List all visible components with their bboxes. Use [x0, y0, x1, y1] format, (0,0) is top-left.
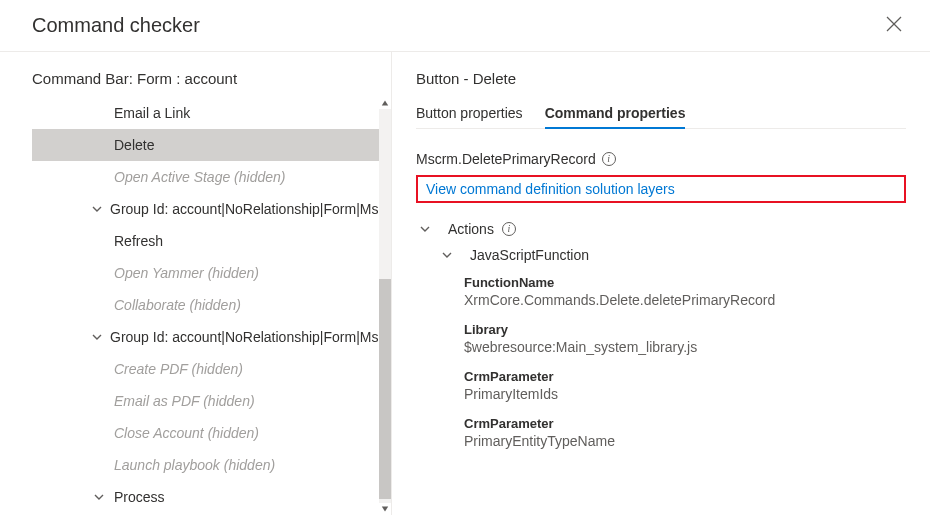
- prop-label: FunctionName: [464, 275, 906, 290]
- scroll-down-arrow[interactable]: [379, 503, 391, 515]
- tree-item[interactable]: Email a Link: [32, 97, 385, 129]
- scrollbar-thumb[interactable]: [379, 279, 391, 499]
- scroll-up-arrow[interactable]: [379, 97, 391, 109]
- close-icon: [886, 16, 902, 32]
- tree-item-label: Launch playbook (hidden): [114, 457, 275, 473]
- prop-block: CrmParameterPrimaryEntityTypeName: [464, 416, 906, 449]
- dialog-title: Command checker: [32, 14, 200, 37]
- tab[interactable]: Command properties: [545, 99, 686, 129]
- prop-block: CrmParameterPrimaryItemIds: [464, 369, 906, 402]
- scrollbar-track[interactable]: [379, 109, 391, 503]
- tree-item[interactable]: Refresh: [32, 225, 385, 257]
- svg-marker-2: [382, 101, 388, 106]
- prop-block: Library$webresource:Main_system_library.…: [464, 322, 906, 355]
- tree-item-label: Collaborate (hidden): [114, 297, 241, 313]
- actions-label: Actions: [448, 221, 494, 237]
- command-checker-dialog: Command checker Command Bar: Form : acco…: [0, 0, 930, 515]
- command-tree[interactable]: Email a LinkDeleteOpen Active Stage (hid…: [32, 97, 391, 515]
- tree-item[interactable]: Group Id: account|NoRelationship|Form|Ms…: [32, 321, 385, 353]
- tree-item-label: Open Active Stage (hidden): [114, 169, 285, 185]
- prop-value: XrmCore.Commands.Delete.deletePrimaryRec…: [464, 292, 906, 308]
- tree-item-label: Group Id: account|NoRelationship|Form|Ms…: [110, 201, 385, 217]
- prop-label: Library: [464, 322, 906, 337]
- tree-item-label: Process: [114, 489, 165, 505]
- info-icon[interactable]: i: [502, 222, 516, 236]
- props-list: FunctionNameXrmCore.Commands.Delete.dele…: [418, 275, 906, 449]
- dialog-body: Command Bar: Form : account Email a Link…: [0, 52, 930, 515]
- prop-label: CrmParameter: [464, 369, 906, 384]
- tree-item[interactable]: Open Yammer (hidden): [32, 257, 385, 289]
- svg-marker-3: [382, 507, 388, 512]
- tree-item[interactable]: Email as PDF (hidden): [32, 385, 385, 417]
- tree-item-label: Delete: [114, 137, 154, 153]
- tree-item-label: Email as PDF (hidden): [114, 393, 255, 409]
- tree-item-label: Open Yammer (hidden): [114, 265, 259, 281]
- tree-item[interactable]: Create PDF (hidden): [32, 353, 385, 385]
- tree-item[interactable]: Process: [32, 481, 385, 513]
- prop-label: CrmParameter: [464, 416, 906, 431]
- right-panel: Button - Delete Button propertiesCommand…: [392, 52, 930, 515]
- chevron-down-icon: [92, 204, 102, 214]
- actions-header[interactable]: Actions i: [418, 221, 906, 237]
- chevron-down-icon: [92, 332, 102, 342]
- tab[interactable]: Button properties: [416, 99, 523, 129]
- prop-value: PrimaryEntityTypeName: [464, 433, 906, 449]
- tree-item-label: Create PDF (hidden): [114, 361, 243, 377]
- tree-item[interactable]: Launch playbook (hidden): [32, 449, 385, 481]
- tree-item[interactable]: Delete: [32, 129, 385, 161]
- tree-item-label: Refresh: [114, 233, 163, 249]
- triangle-down-icon: [381, 505, 389, 513]
- tree-item-label: Email a Link: [114, 105, 190, 121]
- chevron-down-icon: [440, 250, 454, 260]
- prop-value: PrimaryItemIds: [464, 386, 906, 402]
- prop-value: $webresource:Main_system_library.js: [464, 339, 906, 355]
- entity-title: Button - Delete: [416, 70, 906, 87]
- left-panel: Command Bar: Form : account Email a Link…: [0, 52, 392, 515]
- solution-layers-highlight: View command definition solution layers: [416, 175, 906, 203]
- prop-block: FunctionNameXrmCore.Commands.Delete.dele…: [464, 275, 906, 308]
- tree-item-label: Group Id: account|NoRelationship|Form|Ms…: [110, 329, 385, 345]
- jsfunction-header[interactable]: JavaScriptFunction: [440, 247, 906, 263]
- tree-wrap: Email a LinkDeleteOpen Active Stage (hid…: [32, 97, 391, 515]
- command-id-row: Mscrm.DeletePrimaryRecord i: [416, 151, 906, 167]
- actions-section: Actions i JavaScriptFunction FunctionNam…: [418, 221, 906, 463]
- tree-item-label: Close Account (hidden): [114, 425, 259, 441]
- tree-item[interactable]: Close Account (hidden): [32, 417, 385, 449]
- close-button[interactable]: [886, 16, 902, 35]
- tree-item[interactable]: Group Id: account|NoRelationship|Form|Ms…: [32, 193, 385, 225]
- tree-item[interactable]: Collaborate (hidden): [32, 289, 385, 321]
- info-icon[interactable]: i: [602, 152, 616, 166]
- command-bar-title: Command Bar: Form : account: [32, 70, 391, 87]
- chevron-down-icon: [92, 492, 106, 502]
- view-solution-layers-link[interactable]: View command definition solution layers: [426, 181, 675, 197]
- tab-bar: Button propertiesCommand properties: [416, 99, 906, 129]
- dialog-header: Command checker: [0, 0, 930, 52]
- command-id: Mscrm.DeletePrimaryRecord: [416, 151, 596, 167]
- jsfunction-label: JavaScriptFunction: [470, 247, 589, 263]
- chevron-down-icon: [418, 224, 432, 234]
- tree-item[interactable]: Open Active Stage (hidden): [32, 161, 385, 193]
- scrollbar-vertical[interactable]: [379, 97, 391, 515]
- triangle-up-icon: [381, 99, 389, 107]
